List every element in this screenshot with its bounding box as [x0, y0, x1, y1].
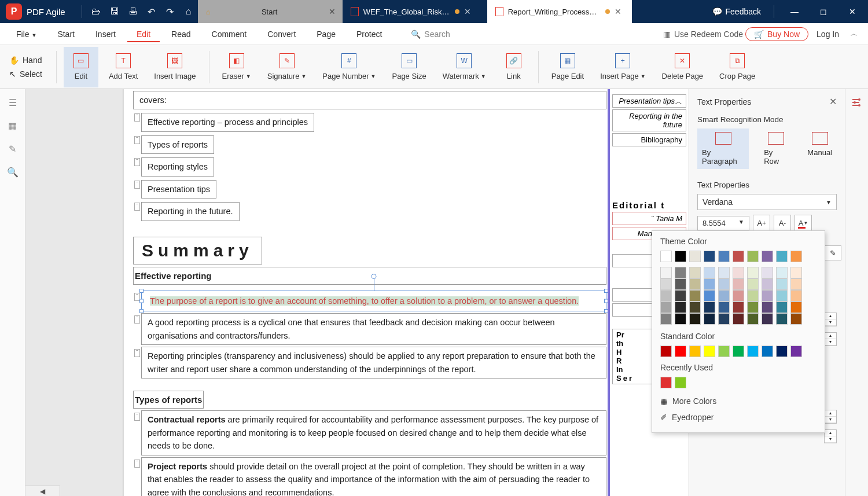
- text-block[interactable]: Reporting principles (transparency and i…: [141, 347, 606, 379]
- insert-image-tool[interactable]: 🖼Insert Image: [148, 47, 201, 87]
- spinner[interactable]: ▴▾: [824, 313, 837, 326]
- toc-item[interactable]: Bibliography: [612, 133, 686, 146]
- hand-tool[interactable]: ✋Hand: [7, 54, 45, 66]
- close-panel-icon[interactable]: ✕: [829, 96, 837, 107]
- color-swatch[interactable]: [660, 251, 672, 262]
- menu-file[interactable]: File ▼: [7, 26, 46, 42]
- color-swatch[interactable]: [660, 302, 672, 313]
- color-swatch[interactable]: [660, 290, 672, 302]
- color-swatch[interactable]: [762, 278, 773, 290]
- link-tool[interactable]: 🔗Link: [496, 47, 531, 87]
- settings-icon[interactable]: [851, 97, 863, 108]
- color-swatch[interactable]: [790, 290, 802, 302]
- color-swatch[interactable]: [704, 302, 715, 313]
- color-swatch[interactable]: [747, 313, 759, 325]
- highlight-button[interactable]: ✎: [824, 245, 841, 260]
- spinner[interactable]: ▴▾: [824, 429, 837, 443]
- tab-start[interactable]: ⌂ Start ✕: [198, 0, 343, 23]
- bullet-item[interactable]: Presentation tips: [141, 180, 216, 199]
- color-swatch[interactable]: [790, 302, 802, 313]
- color-swatch[interactable]: [733, 313, 744, 325]
- color-swatch[interactable]: [733, 346, 744, 357]
- color-swatch[interactable]: [747, 290, 759, 302]
- color-swatch[interactable]: [675, 278, 686, 290]
- eraser-tool[interactable]: ◧Eraser ▼: [216, 47, 257, 87]
- bullet-item[interactable]: Types of reports: [141, 135, 214, 154]
- color-swatch[interactable]: [733, 302, 744, 313]
- bullet-item[interactable]: Reporting in the future.: [141, 202, 240, 221]
- color-swatch[interactable]: [689, 278, 701, 290]
- add-text-tool[interactable]: TAdd Text: [103, 47, 144, 87]
- subheading[interactable]: Effective reporting: [133, 267, 606, 285]
- bullet-item[interactable]: Reporting styles: [141, 157, 214, 176]
- text-block[interactable]: Project reports should provide detail on…: [141, 457, 606, 496]
- more-colors-button[interactable]: ▦More Colors: [660, 393, 816, 409]
- color-swatch[interactable]: [718, 278, 730, 290]
- thumbnails-icon[interactable]: ▦: [7, 120, 19, 131]
- color-swatch[interactable]: [776, 278, 788, 290]
- color-swatch[interactable]: [790, 278, 802, 290]
- color-swatch[interactable]: [776, 290, 788, 302]
- color-swatch[interactable]: [747, 267, 759, 278]
- menu-read[interactable]: Read: [162, 26, 200, 42]
- menu-comment[interactable]: Comment: [203, 26, 256, 42]
- color-swatch[interactable]: [718, 267, 730, 278]
- color-swatch[interactable]: [776, 313, 788, 325]
- signature-tool[interactable]: ✎Signature▼: [262, 47, 312, 87]
- color-swatch[interactable]: [718, 290, 730, 302]
- color-swatch[interactable]: [718, 251, 730, 262]
- page-edit-tool[interactable]: ▦Page Edit: [546, 47, 590, 87]
- color-swatch[interactable]: [660, 346, 672, 357]
- page-size-tool[interactable]: ▭Page Size: [386, 47, 432, 87]
- color-swatch[interactable]: [689, 302, 701, 313]
- color-swatch[interactable]: [689, 290, 701, 302]
- decrease-size-button[interactable]: A-: [774, 215, 791, 231]
- close-icon[interactable]: ✕: [615, 7, 621, 16]
- spinner[interactable]: ▴▾: [824, 332, 837, 346]
- select-tool[interactable]: ↖Select: [7, 68, 45, 80]
- color-swatch[interactable]: [718, 302, 730, 313]
- color-swatch[interactable]: [790, 313, 802, 325]
- color-swatch[interactable]: [689, 267, 701, 278]
- color-swatch[interactable]: [689, 346, 701, 357]
- color-swatch[interactable]: [762, 302, 773, 313]
- menu-start[interactable]: Start: [48, 26, 84, 42]
- bullet-item[interactable]: Effective reporting – process and princi…: [141, 113, 314, 131]
- search-panel-icon[interactable]: 🔍: [7, 167, 19, 177]
- crop-page-tool[interactable]: ⧉Crop Page: [713, 47, 761, 87]
- color-swatch[interactable]: [660, 267, 672, 278]
- color-swatch[interactable]: [747, 302, 759, 313]
- document-area[interactable]: covers: ¨Effective reporting – process a…: [25, 89, 689, 496]
- color-swatch[interactable]: [747, 278, 759, 290]
- color-swatch[interactable]: [762, 346, 773, 357]
- color-swatch[interactable]: [747, 251, 759, 262]
- color-swatch[interactable]: [790, 251, 802, 262]
- color-swatch[interactable]: [675, 267, 686, 278]
- search-input[interactable]: 🔍 Search: [411, 30, 450, 39]
- color-swatch[interactable]: [762, 251, 773, 262]
- color-swatch[interactable]: [675, 377, 686, 388]
- buy-now-button[interactable]: 🛒 Buy Now: [745, 27, 808, 41]
- menu-convert[interactable]: Convert: [258, 26, 305, 42]
- login-button[interactable]: Log In: [811, 30, 845, 39]
- color-swatch[interactable]: [790, 346, 802, 357]
- color-swatch[interactable]: [790, 267, 802, 278]
- color-swatch[interactable]: [733, 251, 744, 262]
- color-swatch[interactable]: [704, 313, 715, 325]
- undo-icon[interactable]: ↶: [142, 2, 161, 21]
- selected-text-block[interactable]: The purpose of a report is to give an ac…: [141, 291, 606, 311]
- spinner[interactable]: ▴▾: [824, 410, 837, 424]
- increase-size-button[interactable]: A+: [753, 215, 770, 231]
- color-swatch[interactable]: [660, 278, 672, 290]
- color-swatch[interactable]: [718, 313, 730, 325]
- close-icon[interactable]: ✕: [329, 7, 336, 16]
- color-swatch[interactable]: [762, 267, 773, 278]
- color-swatch[interactable]: [776, 346, 788, 357]
- outline-icon[interactable]: ☰: [7, 97, 19, 108]
- feedback-button[interactable]: 💬 Feedback: [707, 7, 767, 16]
- color-swatch[interactable]: [675, 302, 686, 313]
- edit-tool[interactable]: ▭Edit: [64, 47, 98, 87]
- redeem-button[interactable]: ▥ Use Redeem Code: [663, 30, 743, 39]
- text-block[interactable]: A good reporting process is a cyclical o…: [141, 313, 606, 345]
- close-button[interactable]: ✕: [839, 0, 866, 23]
